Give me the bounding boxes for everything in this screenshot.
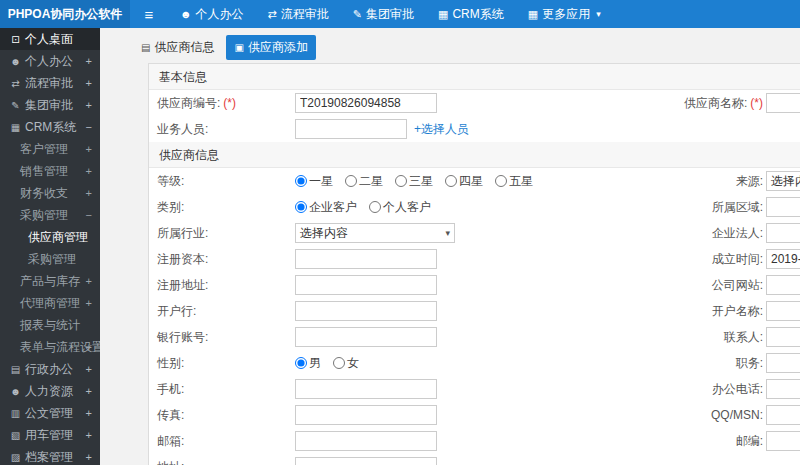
field-cell bbox=[295, 405, 615, 425]
address-input[interactable] bbox=[295, 457, 437, 465]
sidebar-item-label: 产品与库存 bbox=[20, 274, 80, 288]
radio-label: 三星 bbox=[409, 173, 433, 190]
table-icon: ▤ bbox=[141, 42, 150, 53]
sidebar-item-label: 个人办公 bbox=[25, 54, 73, 68]
radio-input[interactable] bbox=[495, 175, 507, 187]
sidebar-item-label: 流程审批 bbox=[25, 76, 73, 90]
bank-account-input[interactable] bbox=[295, 327, 437, 347]
add-form-icon: ▣ bbox=[234, 42, 243, 53]
nav-item-crm-system[interactable]: ▦CRM系统 bbox=[426, 0, 516, 28]
legal-person-input[interactable] bbox=[766, 223, 800, 243]
bank-input[interactable] bbox=[295, 301, 437, 321]
sidebar-item-product-inventory[interactable]: 产品与库存+ bbox=[0, 270, 100, 292]
field-label: 注册地址: bbox=[157, 277, 295, 294]
radio-input[interactable] bbox=[295, 175, 307, 187]
sidebar-item-crm-system[interactable]: ▦CRM系统− bbox=[0, 116, 100, 138]
field-cell bbox=[295, 301, 615, 321]
tab-supplier-add[interactable]: ▣供应商添加 bbox=[226, 35, 315, 60]
radio-input[interactable] bbox=[295, 357, 307, 369]
field-cell bbox=[295, 93, 615, 113]
website-input[interactable] bbox=[766, 275, 800, 295]
qq-msn-input[interactable] bbox=[766, 405, 800, 425]
fax-input[interactable] bbox=[295, 405, 437, 425]
contact-input[interactable] bbox=[766, 327, 800, 347]
founded-date-input[interactable] bbox=[766, 249, 800, 269]
expand-icon: + bbox=[86, 72, 92, 94]
account-name-input[interactable] bbox=[766, 301, 800, 321]
expand-icon: + bbox=[86, 50, 92, 72]
radio-input[interactable] bbox=[333, 357, 345, 369]
choose-person-link[interactable]: +选择人员 bbox=[414, 121, 469, 138]
position-input[interactable] bbox=[766, 353, 800, 373]
radio-input[interactable] bbox=[345, 175, 357, 187]
sidebar-item-human-resources[interactable]: ☻人力资源+ bbox=[0, 380, 100, 402]
sidebar-item-customer-mgmt[interactable]: 客户管理+ bbox=[0, 138, 100, 160]
sidebar-item-purchase-mgmt[interactable]: 采购管理− bbox=[0, 204, 100, 226]
supplier-code-input[interactable] bbox=[295, 93, 437, 113]
field-label: 业务人员: bbox=[157, 121, 295, 138]
source-select[interactable]: 选择内容▾ bbox=[766, 171, 800, 191]
gender-radio-group-option[interactable]: 男 bbox=[295, 355, 321, 372]
business-staff-input[interactable] bbox=[295, 119, 407, 139]
field-cell bbox=[766, 197, 800, 217]
level-radio-group-option[interactable]: 三星 bbox=[395, 173, 433, 190]
select-value: 选择内容 bbox=[300, 225, 348, 242]
field-label: 邮编: bbox=[615, 433, 763, 450]
sidebar-item-archive-mgmt[interactable]: ▨档案管理+ bbox=[0, 446, 100, 465]
region-input[interactable] bbox=[766, 197, 800, 217]
mobile-input[interactable] bbox=[295, 379, 437, 399]
sidebar-toggle-icon[interactable]: ≡ bbox=[130, 0, 168, 28]
radio-input[interactable] bbox=[395, 175, 407, 187]
sidebar-item-group-approval[interactable]: ✎集团审批+ bbox=[0, 94, 100, 116]
nav-item-more-apps[interactable]: ▦更多应用▾ bbox=[516, 0, 613, 28]
sidebar-item-purchase-mgmt-sub[interactable]: 采购管理 bbox=[0, 248, 100, 270]
sidebar-item-personal-office[interactable]: ☻个人办公+ bbox=[0, 50, 100, 72]
sidebar-item-agent-mgmt[interactable]: 代理商管理+ bbox=[0, 292, 100, 314]
level-radio-group-option[interactable]: 二星 bbox=[345, 173, 383, 190]
field-cell bbox=[295, 275, 615, 295]
category-radio-group-option[interactable]: 个人客户 bbox=[369, 199, 431, 216]
sidebar-item-vehicle-mgmt[interactable]: ▧用车管理+ bbox=[0, 424, 100, 446]
field-label: 供应商编号:(*) bbox=[157, 95, 295, 112]
sidebar-item-personal-desktop[interactable]: ⊡个人桌面 bbox=[0, 28, 100, 50]
sidebar-item-label: 采购管理 bbox=[28, 252, 76, 266]
office-phone-input[interactable] bbox=[766, 379, 800, 399]
top-navbar: PHPOA协同办公软件 ≡ ☻个人办公⇄流程审批✎集团审批▦CRM系统▦更多应用… bbox=[0, 0, 800, 28]
form-row: 性别:男女职务: bbox=[149, 350, 800, 376]
field-cell: 男女 bbox=[295, 355, 615, 372]
field-label: 银行账号: bbox=[157, 329, 295, 346]
nav-item-group-approval[interactable]: ✎集团审批 bbox=[341, 0, 426, 28]
radio-label: 四星 bbox=[459, 173, 483, 190]
radio-label: 女 bbox=[347, 355, 359, 372]
sidebar-item-finance[interactable]: 财务收支+ bbox=[0, 182, 100, 204]
expand-icon: + bbox=[86, 446, 92, 465]
tab-supplier-info[interactable]: ▤供应商信息 bbox=[133, 35, 222, 60]
sidebar-item-sales-mgmt[interactable]: 销售管理+ bbox=[0, 160, 100, 182]
sidebar-item-supplier-mgmt[interactable]: 供应商管理 bbox=[0, 226, 100, 248]
field-label: 手机: bbox=[157, 381, 295, 398]
field-cell: 选择内容▾ bbox=[295, 223, 615, 243]
chart-icon: ▦ bbox=[438, 8, 448, 21]
industry-select[interactable]: 选择内容▾ bbox=[295, 223, 455, 243]
supplier-name-input[interactable] bbox=[766, 93, 800, 113]
radio-input[interactable] bbox=[295, 201, 307, 213]
sidebar-item-form-flow-settings[interactable]: 表单与流程设置+ bbox=[0, 336, 100, 358]
sidebar-item-admin-office[interactable]: ▤行政办公+ bbox=[0, 358, 100, 380]
sidebar-item-process-approval[interactable]: ⇄流程审批+ bbox=[0, 72, 100, 94]
gender-radio-group-option[interactable]: 女 bbox=[333, 355, 359, 372]
radio-input[interactable] bbox=[445, 175, 457, 187]
sidebar-item-document-mgmt[interactable]: ▥公文管理+ bbox=[0, 402, 100, 424]
email-input[interactable] bbox=[295, 431, 437, 451]
level-radio-group-option[interactable]: 四星 bbox=[445, 173, 483, 190]
zipcode-input[interactable] bbox=[766, 431, 800, 451]
radio-input[interactable] bbox=[369, 201, 381, 213]
level-radio-group-option[interactable]: 一星 bbox=[295, 173, 333, 190]
sidebar-item-reports-statistics[interactable]: 报表与统计 bbox=[0, 314, 100, 336]
nav-item-process-approval[interactable]: ⇄流程审批 bbox=[256, 0, 341, 28]
nav-item-personal-office[interactable]: ☻个人办公 bbox=[168, 0, 256, 28]
category-radio-group-option[interactable]: 企业客户 bbox=[295, 199, 357, 216]
registered-capital-input[interactable] bbox=[295, 249, 437, 269]
level-radio-group-option[interactable]: 五星 bbox=[495, 173, 533, 190]
field-label: 地址: bbox=[157, 459, 295, 465]
registered-address-input[interactable] bbox=[295, 275, 437, 295]
